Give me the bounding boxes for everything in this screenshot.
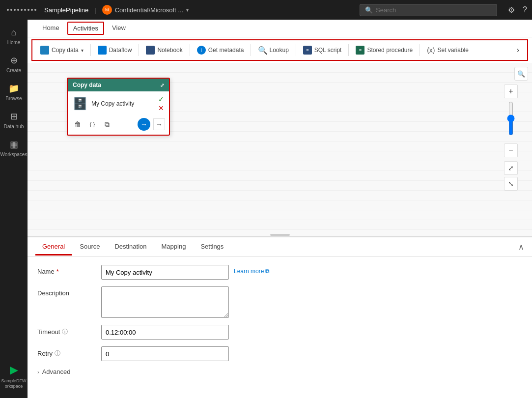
tab-activities[interactable]: Activities	[67, 22, 104, 35]
retry-info-icon[interactable]: ⓘ	[55, 349, 60, 358]
toolbar-notebook[interactable]: Notebook	[142, 44, 186, 57]
tab-destination[interactable]: Destination	[108, 239, 153, 255]
sidebar-label-home: Home	[7, 40, 21, 45]
sidebar-factory[interactable]: ▶ SampleDFW orkspace	[0, 360, 28, 393]
sidebar-factory-label: SampleDFW orkspace	[1, 378, 27, 389]
tab-view[interactable]: View	[105, 20, 133, 36]
form-row-retry: Retry ⓘ	[37, 346, 522, 361]
app-grid-icon[interactable]	[5, 7, 38, 13]
copy-data-card: Copy data ⤢ 🗄️ My Copy activity ✓ ✕	[67, 78, 170, 136]
card-actions: 🗑 { } ⧉ → →	[68, 116, 169, 135]
sep1	[90, 44, 91, 56]
tab-home[interactable]: Home	[35, 20, 66, 36]
sep7	[420, 44, 420, 56]
general-form: Name * Learn more ⧉ Description	[28, 257, 532, 398]
toolbar-dataflow[interactable]: Dataflow	[94, 44, 136, 57]
canvas-search-button[interactable]: 🔍	[514, 67, 528, 81]
copy-data-label: Copy data	[52, 47, 79, 54]
panel-resize-handle[interactable]	[270, 234, 290, 236]
tab-mapping[interactable]: Mapping	[155, 239, 193, 255]
sidebar-item-workspaces[interactable]: ▦ Workspaces	[0, 135, 28, 161]
sep3	[190, 44, 190, 56]
sidebar-item-create[interactable]: ⊕ Create	[0, 51, 28, 77]
bottom-panel: General Source Destination Mapping Setti…	[28, 236, 532, 398]
timeout-info-icon[interactable]: ⓘ	[62, 328, 68, 336]
toolbar-copy-data[interactable]: Copy data ▾	[36, 44, 87, 57]
name-required-indicator: *	[56, 268, 59, 275]
tab-settings[interactable]: Settings	[194, 239, 230, 255]
workspaces-icon: ▦	[10, 139, 18, 150]
toolbar-set-variable[interactable]: (x) Set variable	[423, 44, 473, 56]
card-activity-icon: 🗄️	[73, 97, 87, 111]
timeout-input[interactable]	[101, 325, 229, 340]
retry-label: Retry ⓘ	[37, 346, 96, 358]
toolbar-more-button[interactable]: ›	[513, 44, 523, 57]
advanced-row[interactable]: › Advanced	[37, 368, 522, 375]
toolbar-stored-procedure[interactable]: ≡ Stored procedure	[352, 44, 417, 57]
card-clone-button[interactable]: ⧉	[101, 118, 113, 130]
form-row-timeout: Timeout ⓘ	[37, 325, 522, 340]
sidebar-item-browse[interactable]: 📁 Browse	[0, 79, 28, 105]
browse-icon: 📁	[8, 83, 19, 94]
sep6	[348, 44, 349, 56]
topbar: SamplePipeline | M Confidential\Microsof…	[0, 0, 532, 20]
toolbar-sql-script[interactable]: ≡ SQL script	[299, 44, 346, 57]
sidebar-item-datahub[interactable]: ⊞ Data hub	[0, 107, 28, 133]
zoom-in-button[interactable]: +	[504, 85, 518, 98]
settings-icon[interactable]: ⚙	[508, 5, 515, 15]
workspace-label: Confidential\Microsoft ...	[115, 6, 183, 14]
panel-collapse-button[interactable]: ∧	[518, 242, 524, 252]
get-metadata-label: Get metadata	[208, 47, 244, 54]
sidebar-bottom: ▶ SampleDFW orkspace	[0, 360, 28, 398]
workspace-selector[interactable]: M Confidential\Microsoft ... ▾	[102, 5, 189, 15]
toolbar-lookup[interactable]: 🔍 Lookup	[254, 44, 292, 57]
lookup-label: Lookup	[269, 47, 288, 54]
toolbar-get-metadata[interactable]: i Get metadata	[193, 44, 248, 57]
zoom-controls: + − ⤢ ⤡	[494, 85, 528, 191]
canvas-search-icon: 🔍	[517, 70, 525, 78]
help-icon[interactable]: ?	[523, 5, 527, 15]
card-code-button[interactable]: { }	[86, 118, 98, 130]
set-variable-icon: (x)	[427, 46, 435, 54]
workspace-chevron: ▾	[186, 7, 189, 13]
notebook-icon	[146, 46, 155, 55]
sidebar: ⌂ Home ⊕ Create 📁 Browse ⊞ Data hub ▦ Wo…	[0, 20, 28, 398]
tab-general[interactable]: General	[35, 239, 72, 256]
home-icon: ⌂	[11, 28, 17, 38]
description-input[interactable]	[101, 286, 229, 318]
card-status-check: ✓	[158, 95, 164, 103]
learn-more-icon: ⧉	[265, 268, 270, 275]
learn-more-link[interactable]: Learn more ⧉	[234, 265, 270, 275]
sidebar-item-home[interactable]: ⌂ Home	[0, 24, 28, 49]
sep4	[251, 44, 251, 56]
copy-data-icon	[40, 46, 49, 55]
zoom-slider[interactable]	[494, 101, 528, 136]
zoom-out-button[interactable]: −	[504, 143, 518, 157]
fit2-button[interactable]: ⤡	[504, 177, 518, 191]
set-variable-label: Set variable	[438, 47, 469, 54]
zoom-slider-container	[494, 101, 528, 141]
sep5	[296, 44, 296, 56]
card-delete-button[interactable]: 🗑	[72, 118, 84, 130]
canvas-main[interactable]: Copy data ⤢ 🗄️ My Copy activity ✓ ✕	[28, 63, 532, 236]
factory-icon: ▶	[10, 364, 18, 376]
name-input[interactable]	[101, 265, 229, 280]
notebook-label: Notebook	[157, 47, 182, 54]
sidebar-label-browse: Browse	[5, 96, 22, 101]
retry-input[interactable]	[101, 346, 229, 361]
content-area: Home Activities View Copy data ▾ Dataflo…	[28, 20, 532, 398]
pipeline-title: SamplePipeline	[44, 6, 88, 14]
tab-source[interactable]: Source	[73, 239, 107, 255]
card-arrow-button[interactable]: →	[153, 118, 165, 130]
card-activity-name: My Copy activity	[91, 100, 154, 107]
copy-data-chevron: ▾	[81, 48, 84, 53]
card-expand-icon[interactable]: ⤢	[160, 83, 164, 88]
card-go-button[interactable]: →	[138, 118, 150, 131]
description-label: Description	[37, 286, 96, 297]
search-bar[interactable]: 🔍	[360, 4, 497, 16]
lookup-icon: 🔍	[258, 46, 267, 55]
search-icon: 🔍	[365, 6, 373, 14]
card-header: Copy data ⤢	[68, 79, 169, 91]
fit-button[interactable]: ⤢	[504, 161, 518, 175]
search-input[interactable]	[376, 6, 492, 14]
